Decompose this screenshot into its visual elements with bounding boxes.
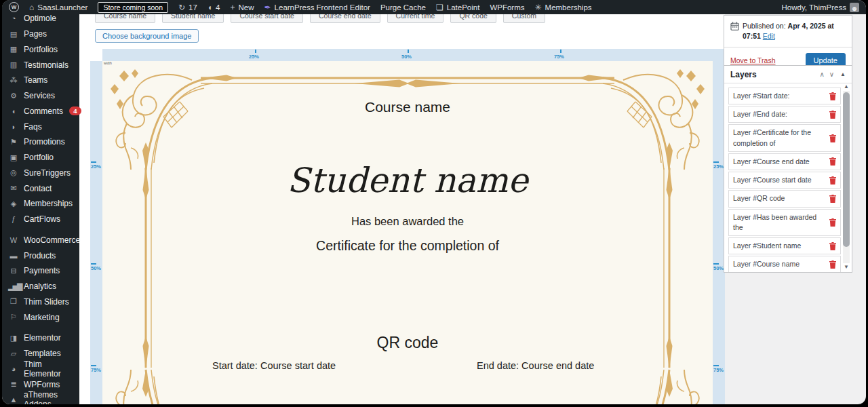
- store-coming-soon-badge[interactable]: Store coming soon: [98, 2, 168, 13]
- wordpress-logo-icon[interactable]: W: [9, 2, 19, 12]
- layers-list: Layer #Start date: Layer #End date:: [724, 83, 841, 272]
- layer-row[interactable]: Layer #Course end date: [728, 153, 841, 170]
- layer-row[interactable]: Layer #QR code: [728, 190, 841, 207]
- admin-bar-item-label: WPForms: [490, 3, 524, 12]
- templates-icon: ▱: [8, 349, 18, 358]
- move-box-up-icon[interactable]: ∧: [819, 71, 824, 78]
- sidebar-item-testimonials[interactable]: ▥ Testimonials: [2, 57, 79, 73]
- layer-row[interactable]: Layer #Start date:: [728, 88, 841, 104]
- layer-student-name[interactable]: Student name: [102, 161, 713, 200]
- delete-layer-button[interactable]: [829, 260, 836, 269]
- tick-label: 50%: [91, 265, 101, 271]
- scrollbar-thumb[interactable]: [843, 92, 850, 247]
- sidebar-item-label: Memberships: [24, 199, 73, 208]
- tick-mark: [91, 365, 96, 366]
- scroll-up-arrow[interactable]: ▲: [842, 84, 850, 90]
- admin-bar-item-memberships[interactable]: ✳ Memberships: [534, 3, 591, 12]
- admin-bar-item-wpforms[interactable]: WPForms: [490, 3, 524, 12]
- sidebar-item-cartflows[interactable]: ƒ CartFlows: [2, 212, 79, 227]
- sidebar-item-label: aThemes Addons: [24, 390, 79, 404]
- plus-icon: +: [231, 3, 235, 12]
- latepoint-icon: ❏: [436, 3, 443, 12]
- delete-layer-button[interactable]: [829, 157, 836, 166]
- delete-layer-button[interactable]: [829, 92, 836, 100]
- admin-bar-item-label: LatePoint: [447, 3, 480, 12]
- delete-layer-button[interactable]: [829, 111, 836, 119]
- sidebar-item-promotions[interactable]: ⚑ Promotions: [2, 134, 79, 150]
- sidebar-item-contact[interactable]: ✉ Contact: [2, 180, 79, 196]
- layer-row[interactable]: Layer #Has been awarded the: [728, 209, 841, 236]
- home-icon: ⌂: [29, 3, 34, 12]
- delete-layer-button[interactable]: [829, 134, 836, 142]
- layer-row[interactable]: Layer #Certificate for the completion of: [728, 124, 841, 151]
- layer-row[interactable]: Layer #Student name: [728, 237, 841, 254]
- sidebar-item-comments[interactable]: ◖ Comments 4: [2, 104, 79, 119]
- layer-has-been-awarded[interactable]: Has been awarded the: [102, 215, 713, 228]
- sidebar-item-services[interactable]: ⚙ Services: [2, 88, 79, 104]
- sidebar-item-pages[interactable]: ▤ Pages: [2, 26, 79, 42]
- layer-course-name[interactable]: Course name: [102, 99, 713, 115]
- layer-start-date[interactable]: Start date: Course start date: [212, 360, 336, 371]
- layer-certificate-completion[interactable]: Certificate for the completion of: [102, 238, 713, 254]
- admin-bar-item-learnpress-frontend-editor[interactable]: ✒ LearnPress Frontend Editor: [264, 3, 370, 12]
- sidebar-item-teams[interactable]: ⁂ Teams: [2, 73, 79, 88]
- delete-layer-button[interactable]: [829, 218, 836, 227]
- sidebar-item-products[interactable]: ▬ Products: [2, 248, 79, 263]
- wp-admin-bar: W ⌂ SaasLauncher Store coming soon ↻ 17 …: [2, 0, 866, 14]
- choose-background-image-button[interactable]: Choose background image: [95, 29, 199, 43]
- layer-row-label: Layer #Course start date: [733, 175, 829, 185]
- move-to-trash-link[interactable]: Move to Trash: [730, 56, 776, 64]
- sidebar-item-faqs[interactable]: ◗ Faqs: [2, 119, 79, 134]
- panel-toggle-icon[interactable]: ▲: [840, 71, 846, 77]
- layer-qr-code[interactable]: QR code: [102, 334, 713, 352]
- delete-layer-button[interactable]: [829, 176, 836, 185]
- admin-bar-item-label: Memberships: [545, 3, 592, 12]
- sidebar-item-memberships[interactable]: ◈ Memberships: [2, 196, 79, 212]
- browser-viewport: Course name Student name Course start da…: [2, 0, 866, 404]
- admin-bar-item-purge-cache[interactable]: Purge Cache: [380, 3, 426, 12]
- marketing-icon: ⚐: [8, 313, 18, 322]
- layer-row[interactable]: Layer #End date:: [728, 106, 841, 123]
- elementor-icon: ◨: [8, 334, 18, 343]
- trash-icon: [829, 111, 836, 119]
- tick-label: 25%: [91, 163, 101, 170]
- wpforms-icon: ≣: [8, 380, 18, 389]
- sidebar-item-label: Products: [24, 251, 56, 260]
- layer-row[interactable]: Layer #Course start date: [728, 172, 841, 189]
- sidebar-item-woocommerce[interactable]: W WooCommerce: [2, 233, 79, 248]
- pages-icon: ▤: [8, 30, 18, 39]
- sidebar-item-thim-elementor[interactable]: ◕ Thim Elementor: [2, 362, 79, 377]
- sidebar-item-athemes-addons[interactable]: ▲ aThemes Addons: [2, 392, 79, 404]
- move-box-down-icon[interactable]: ∨: [829, 71, 834, 78]
- tick-label: 75%: [554, 54, 564, 60]
- sidebar-item-analytics[interactable]: ▂▅▇ Analytics: [2, 279, 79, 294]
- sidebar-item-portfolios[interactable]: ▦ Portfolios: [2, 42, 79, 58]
- tick-label: 50%: [401, 54, 412, 60]
- sidebar-item-portfolio[interactable]: ▣ Portfolio: [2, 150, 79, 166]
- sidebar-item-marketing[interactable]: ⚐ Marketing: [2, 309, 79, 325]
- layers-scrollbar[interactable]: ▲ ▼: [842, 84, 850, 270]
- sidebar-item-elementor[interactable]: ◨ Elementor: [2, 330, 79, 346]
- layers-metabox: Layers ∧ ∨ ▲ Layer #Start date: Layer #E…: [724, 65, 852, 273]
- admin-bar-item-label: Purge Cache: [380, 3, 426, 12]
- edit-published-link[interactable]: Edit: [763, 32, 775, 40]
- delete-layer-button[interactable]: [829, 195, 836, 203]
- sidebar-item-label: Portfolio: [24, 153, 54, 162]
- portfolios-icon: ▦: [8, 45, 18, 54]
- comments-menu[interactable]: ◖ 4: [208, 3, 220, 12]
- sidebar-item-payments[interactable]: ⊟ Payments: [2, 263, 79, 279]
- layer-row[interactable]: Layer #Course name: [728, 256, 841, 273]
- site-name-menu[interactable]: ⌂ SaasLauncher: [29, 3, 87, 12]
- sidebar-item-thim-sliders[interactable]: ❐ Thim Sliders: [2, 294, 79, 310]
- cartflows-icon: ƒ: [8, 215, 18, 223]
- admin-bar-item-latepoint[interactable]: ❏ LatePoint: [436, 3, 479, 12]
- scroll-down-arrow[interactable]: ▼: [842, 265, 850, 270]
- layer-end-date[interactable]: End date: Course end date: [477, 360, 594, 371]
- sidebar-item-label: WooCommerce: [24, 235, 80, 245]
- new-content-menu[interactable]: + New: [231, 3, 254, 12]
- delete-layer-button[interactable]: [829, 242, 836, 250]
- updates-menu[interactable]: ↻ 17: [178, 3, 197, 12]
- sidebar-item-suretriggers[interactable]: ◎ SureTriggers: [2, 166, 79, 181]
- my-account-menu[interactable]: Howdy, ThimPress ☻: [782, 3, 859, 12]
- comments-count: 4: [216, 3, 220, 12]
